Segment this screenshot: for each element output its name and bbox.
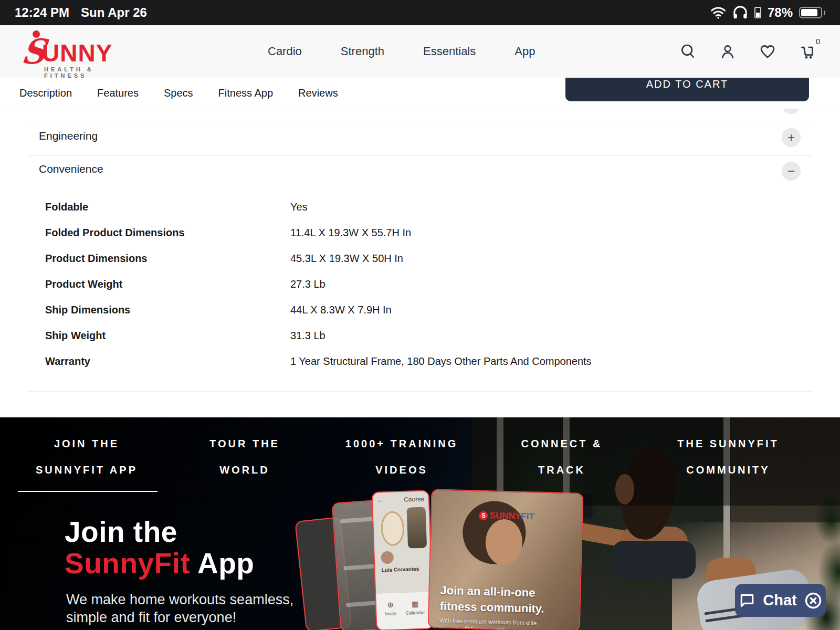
spec-label: Warranty bbox=[45, 355, 90, 368]
invite-label: Invite bbox=[385, 611, 396, 616]
footer-headline: Join the SunnyFit App bbox=[65, 516, 254, 579]
spec-value: 27.3 Lb bbox=[290, 278, 326, 290]
headline-line-1: Join the bbox=[65, 516, 254, 548]
footer-tab-line: TOUR THE bbox=[209, 430, 280, 457]
tab-fitness-app[interactable]: Fitness App bbox=[218, 87, 274, 99]
footer-tab-tour-the-world[interactable]: TOUR THE WORLD bbox=[209, 430, 280, 483]
model-face bbox=[485, 519, 523, 566]
nav-essentials[interactable]: Essentials bbox=[423, 45, 476, 58]
calendar-icon: ▦ bbox=[405, 600, 425, 608]
phone-bottom-bar: ⊕ Invite ▦ Calendar bbox=[376, 591, 433, 630]
spec-value: Yes bbox=[290, 201, 308, 213]
card-headline-2: fitness community. bbox=[439, 600, 544, 616]
spec-value: 11.4L X 19.3W X 55.7H In bbox=[290, 227, 411, 239]
footer-tab-training-videos[interactable]: 1000+ TRAINING VIDEOS bbox=[345, 430, 458, 483]
subtext-line-1: We make home workouts seamless, bbox=[66, 591, 293, 608]
logo-wordmark: UNNY bbox=[42, 39, 112, 67]
footer-tab-line: COMMUNITY bbox=[677, 457, 779, 483]
divider bbox=[28, 155, 812, 156]
sunny-logo[interactable]: S UNNY HEALTH & FITNESS bbox=[18, 29, 123, 76]
calendar-label: Calendar bbox=[406, 610, 425, 616]
back-arrow-icon: ← bbox=[377, 496, 384, 503]
footer-tab-line: 1000+ TRAINING bbox=[345, 430, 458, 457]
footer-subtext: We make home workouts seamless, simple a… bbox=[66, 591, 293, 626]
spec-label: Ship Weight bbox=[45, 330, 106, 342]
nav-app[interactable]: App bbox=[514, 45, 535, 58]
account-icon[interactable] bbox=[719, 43, 736, 60]
wifi-icon bbox=[710, 6, 726, 19]
footer-tab-line: WORLD bbox=[209, 457, 280, 483]
collapse-icon[interactable]: − bbox=[782, 162, 801, 181]
avatar bbox=[381, 551, 394, 564]
footer-tab-line: TRACK bbox=[521, 457, 603, 483]
tab-features[interactable]: Features bbox=[97, 87, 139, 99]
footer-tab-line: CONNECT & bbox=[521, 430, 603, 457]
status-time: 12:24 PM bbox=[15, 5, 69, 20]
cart-icon[interactable]: 0 bbox=[799, 43, 816, 60]
site-header: S UNNY HEALTH & FITNESS Cardio Strength … bbox=[0, 25, 840, 78]
header-icons: 0 bbox=[679, 25, 816, 78]
woman-sports-bra bbox=[612, 541, 696, 579]
status-bar: 12:24 PM Sun Apr 26 78% bbox=[0, 0, 840, 25]
footer-tab-sunnyfit-community[interactable]: THE SUNNYFIT COMMUNITY bbox=[677, 430, 779, 483]
footer-tab-line: THE SUNNYFIT bbox=[677, 430, 779, 457]
page: 12:24 PM Sun Apr 26 78% Engineering + Co… bbox=[0, 0, 840, 630]
spec-label: Ship Dimensions bbox=[45, 304, 130, 316]
sunnyfit-brand-blue: FIT bbox=[521, 511, 534, 522]
chat-close-icon[interactable] bbox=[804, 592, 822, 610]
headline-line-2: SunnyFit App bbox=[65, 548, 254, 579]
sunnyfit-app-card: SSUNNYFIT Join an all-in-one fitness com… bbox=[428, 489, 584, 630]
logo-tagline: HEALTH & FITNESS bbox=[44, 66, 123, 79]
spec-label: Folded Product Dimensions bbox=[45, 227, 185, 239]
divider bbox=[28, 122, 812, 122]
spec-value: 1 Year Structural Frame, 180 Days Other … bbox=[290, 355, 592, 368]
battery-nub bbox=[824, 10, 825, 15]
headline-sunnyfit: SunnyFit bbox=[65, 547, 190, 580]
invite-item: ⊕ Invite bbox=[385, 600, 397, 616]
status-date: Sun Apr 26 bbox=[81, 5, 147, 20]
mirror-photo bbox=[381, 511, 405, 546]
card-headline-1: Join an all-in-one bbox=[440, 584, 536, 600]
phone-screen-title: Course bbox=[404, 496, 424, 503]
headphones-icon bbox=[732, 5, 748, 20]
accordion-title-engineering[interactable]: Engineering bbox=[39, 130, 98, 142]
battery-icon bbox=[799, 7, 822, 18]
sunnyfit-logo-dot: S bbox=[479, 511, 488, 520]
active-tab-underline bbox=[18, 491, 158, 492]
chat-label: Chat bbox=[763, 592, 796, 609]
tab-reviews[interactable]: Reviews bbox=[298, 87, 338, 99]
wishlist-heart-icon[interactable] bbox=[759, 43, 776, 60]
cart-count-badge: 0 bbox=[816, 37, 820, 46]
spec-value: 31.3 Lb bbox=[290, 330, 326, 342]
trainer-name: Luis Cervantes bbox=[381, 566, 419, 573]
sunnyfit-brand-red: SUNNY bbox=[489, 510, 521, 521]
footer-tab-join-the-sunnyfit-app[interactable]: JOIN THE SUNNYFIT APP bbox=[36, 430, 138, 483]
divider bbox=[28, 391, 812, 392]
chat-bubble-icon bbox=[739, 593, 755, 608]
accessory-battery-icon bbox=[754, 7, 761, 18]
footer-tab-connect-track[interactable]: CONNECT & TRACK bbox=[521, 430, 603, 483]
headline-app: App bbox=[190, 547, 254, 580]
footer-sunnyfit-section: JOIN THE SUNNYFIT APP TOUR THE WORLD 100… bbox=[0, 417, 840, 630]
spec-label: Foldable bbox=[45, 201, 88, 213]
footer-tab-line: VIDEOS bbox=[345, 457, 458, 483]
spec-label: Product Dimensions bbox=[45, 253, 147, 265]
ghost-line bbox=[343, 564, 374, 571]
tab-description[interactable]: Description bbox=[19, 87, 72, 99]
expand-icon[interactable]: + bbox=[782, 128, 801, 147]
battery-percent: 78% bbox=[768, 5, 793, 20]
sunnyfit-logo: SSUNNYFIT bbox=[432, 509, 582, 523]
app-screenshot-phone-3: ← Course Luis Cervantes ⊕ Invite ▦ Calen… bbox=[371, 490, 434, 630]
accordion-title-convenience[interactable]: Convenience bbox=[39, 163, 103, 175]
search-icon[interactable] bbox=[679, 43, 696, 60]
nav-cardio[interactable]: Cardio bbox=[268, 45, 302, 58]
subtext-line-2: simple and fit for everyone! bbox=[66, 608, 293, 626]
main-nav: Cardio Strength Essentials App bbox=[268, 25, 535, 78]
chat-button[interactable]: Chat bbox=[735, 584, 826, 617]
tab-specs[interactable]: Specs bbox=[164, 87, 193, 99]
calendar-item: ▦ Calendar bbox=[405, 600, 425, 616]
nav-strength[interactable]: Strength bbox=[341, 45, 384, 58]
trainer-photo bbox=[406, 507, 427, 548]
spec-value: 45.3L X 19.3W X 50H In bbox=[290, 253, 403, 265]
footer-tab-line: JOIN THE bbox=[36, 430, 138, 457]
